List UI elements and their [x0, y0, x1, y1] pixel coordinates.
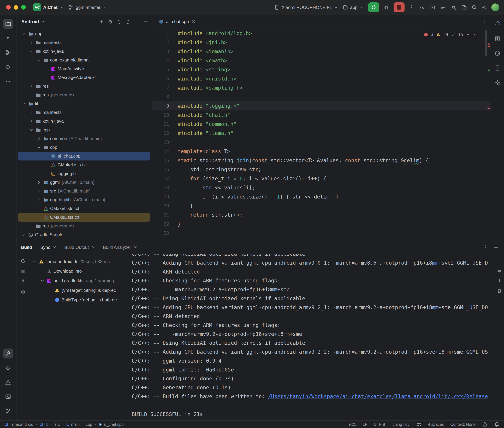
chevron-down-icon[interactable]: [39, 279, 46, 283]
chevron-down-icon[interactable]: [21, 32, 27, 36]
tree-item-manifests[interactable]: manifests: [18, 108, 150, 117]
tool-running-devices-button[interactable]: [493, 63, 503, 73]
build-tab-build-output[interactable]: Build Output: [64, 245, 95, 250]
close-tab-icon[interactable]: [191, 19, 196, 24]
scroll-end-icon[interactable]: [497, 279, 502, 284]
settings-button[interactable]: [481, 5, 487, 10]
tree-item-messageadapter-kt[interactable]: MessageAdapter.kt: [18, 73, 150, 82]
tree-item-lib[interactable]: lib: [18, 99, 150, 108]
tool-device-explorer-button[interactable]: [493, 33, 503, 43]
previous-issue-icon[interactable]: [466, 32, 470, 37]
build-tree-item-download-info[interactable]: Download info: [29, 266, 131, 276]
tree-item-gradle-scripts[interactable]: Gradle Scripts: [18, 230, 150, 239]
sync-icon[interactable]: [20, 258, 26, 264]
next-issue-icon[interactable]: [473, 32, 478, 37]
tree-item-cmakelists-txt[interactable]: CMakeLists.txt: [18, 160, 150, 169]
trash-icon[interactable]: [497, 288, 502, 293]
tool-terminal-button[interactable]: [3, 392, 13, 402]
tool-notifications-button[interactable]: [493, 19, 503, 29]
tree-item-src[interactable]: src[AiChat.lib.main]: [18, 187, 150, 195]
build-tree-item-build-gradle-kts[interactable]: build.gradle.ktsapp 1 warning: [29, 276, 131, 286]
tree-item-mainactivity-kt[interactable]: MainActivity.kt: [18, 64, 150, 73]
chevron-right-icon[interactable]: [28, 110, 35, 115]
profiler-button[interactable]: [419, 5, 424, 10]
status-4-spaces[interactable]: 4 spaces: [428, 422, 444, 427]
build-console[interactable]: C/C++: -- Using KleidiAI optimized kerne…: [131, 254, 504, 420]
tree-item-cmakelists-txt[interactable]: CMakeLists.txt: [18, 204, 150, 213]
tool-ai-assistant-button[interactable]: [493, 78, 503, 88]
tool-structure-button[interactable]: [3, 48, 13, 58]
tool-pull-requests-button[interactable]: [3, 62, 13, 72]
tree-item-ai-chat-cpp[interactable]: C+ai_chat.cpp: [18, 152, 150, 160]
build-tab-build-analyzer[interactable]: Build Analyzer: [103, 245, 137, 250]
status-context-none[interactable]: Context: None: [450, 422, 476, 427]
pin-icon[interactable]: [20, 279, 26, 284]
tree-item-manifests[interactable]: manifests: [18, 38, 150, 47]
error-stripe[interactable]: [487, 29, 490, 241]
tool-gradle-button[interactable]: [493, 48, 503, 58]
soft-wrap-icon[interactable]: [497, 269, 502, 274]
tree-item-res[interactable]: res: [18, 82, 150, 91]
tool-more-button[interactable]: [3, 76, 13, 86]
tree-item-res[interactable]: res(generated): [18, 222, 150, 230]
tree-item-logging-h[interactable]: Hlogging.h: [18, 169, 150, 178]
chevron-down-icon[interactable]: [41, 20, 45, 24]
build-output-path-link[interactable]: /Users/hanyin/Workspace/ai-chat/examples…: [268, 393, 488, 399]
chevron-right-icon[interactable]: [36, 198, 42, 202]
chevron-right-icon[interactable]: [36, 180, 42, 185]
sliders-icon[interactable]: [416, 422, 421, 427]
bell-icon[interactable]: [494, 422, 500, 427]
editor-options-icon[interactable]: [481, 19, 487, 24]
breadcrumb-item-llama-android[interactable]: llama.android: [4, 422, 33, 427]
tree-item-cpp[interactable]: cpp: [18, 125, 150, 134]
more-run-actions-button[interactable]: [409, 5, 414, 10]
attach-debugger-button[interactable]: [451, 5, 456, 10]
kebab-icon[interactable]: [135, 19, 140, 24]
chevron-down-icon[interactable]: [31, 259, 38, 264]
breadcrumb-item-src[interactable]: src: [55, 422, 60, 427]
window-zoom-button[interactable]: [21, 5, 26, 10]
chevron-right-icon[interactable]: [28, 41, 35, 45]
tool-version-control-button[interactable]: [3, 406, 13, 416]
chevron-right-icon[interactable]: [21, 233, 27, 237]
minus-icon[interactable]: [143, 19, 148, 24]
tree-item-kotlin-java[interactable]: kotlin+java: [18, 117, 150, 125]
status-clang-tidy[interactable]: .clang-tidy: [392, 422, 410, 427]
breadcrumb-item-lib[interactable]: lib: [39, 422, 49, 427]
chevron-down-icon[interactable]: [21, 102, 27, 106]
target-icon[interactable]: [108, 19, 113, 24]
tool-build-button[interactable]: [3, 348, 13, 358]
run-config-selector[interactable]: app: [343, 5, 364, 10]
chevron-down-icon[interactable]: [28, 49, 35, 54]
vcs-branch-widget[interactable]: ggml-master: [68, 5, 107, 10]
device-selector[interactable]: Xiaomi POCOPHONE F1: [274, 5, 338, 10]
breadcrumb-item-main[interactable]: main: [66, 422, 80, 427]
user-avatar[interactable]: [491, 3, 499, 11]
tree-item-kotlin-java[interactable]: kotlin+java: [18, 47, 150, 56]
code-editor[interactable]: 1#include <android/log.h>2#include <jni.…: [152, 29, 491, 241]
breadcrumb-item-ai-chat-cpp[interactable]: C+ai_chat.cpp: [98, 422, 124, 427]
editor-tab[interactable]: C+ ai_chat.cpp: [156, 15, 199, 28]
tool-project-button[interactable]: [3, 19, 13, 29]
plus-icon[interactable]: [99, 19, 104, 24]
screen-record-button[interactable]: [430, 5, 435, 10]
close-tab-icon[interactable]: [91, 246, 95, 249]
build-tree-item-buildtype-debug-is-both-de[interactable]: BuildType 'debug' is both de: [29, 295, 131, 305]
breadcrumb-item-cpp[interactable]: cpp: [86, 422, 92, 427]
lock-icon[interactable]: [482, 422, 487, 427]
minus-icon[interactable]: [493, 245, 499, 250]
search-button[interactable]: [471, 5, 477, 10]
build-tree-item-llama-android-fi[interactable]: llama.android: fi22 sec, 583 ms: [29, 257, 131, 266]
logcat-button[interactable]: [440, 5, 446, 10]
tree-item-common[interactable]: common[AiChat.lib.main]: [18, 134, 150, 143]
tree-item-cpp[interactable]: cpp: [18, 143, 150, 152]
debug-button[interactable]: [384, 5, 389, 10]
status-lf[interactable]: LF: [363, 422, 367, 427]
kebab-icon[interactable]: [483, 245, 488, 250]
close-tab-icon[interactable]: [53, 246, 56, 249]
chevron-right-icon[interactable]: [36, 137, 42, 141]
collapse-all-icon[interactable]: [126, 19, 131, 24]
tool-commit-button[interactable]: [3, 33, 13, 43]
chevron-down-icon[interactable]: [36, 58, 42, 62]
window-close-button[interactable]: [6, 5, 11, 10]
